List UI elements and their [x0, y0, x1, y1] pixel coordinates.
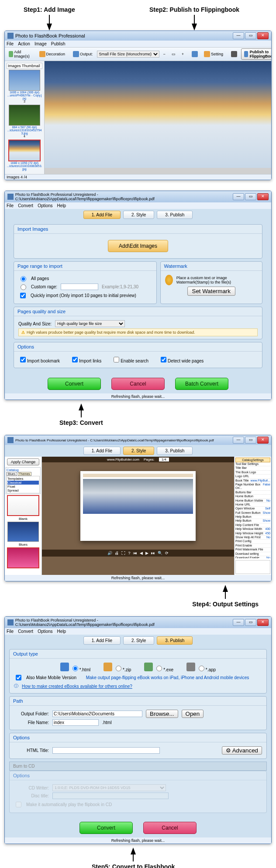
- fit-button[interactable]: ▭: [169, 51, 178, 58]
- setting-row[interactable]: Logo URL: [235, 475, 270, 478]
- set-watermark-button[interactable]: Set Watermark: [187, 287, 235, 296]
- setting-row[interactable]: Book Titlewww.FlipBuil...: [235, 479, 270, 483]
- menu-convert[interactable]: Convert: [18, 629, 33, 634]
- menu-file[interactable]: File: [7, 41, 14, 46]
- setting-row[interactable]: The Book Logo: [235, 471, 270, 475]
- setting-row[interactable]: Home Button VisibleNo: [235, 499, 270, 503]
- fullscreen-icon[interactable]: ⛶: [121, 551, 125, 555]
- setting-row[interactable]: Help Button: [235, 515, 270, 519]
- print-icon[interactable]: 🖨: [115, 551, 119, 555]
- setting-row[interactable]: Tool Bar Settings: [235, 462, 270, 466]
- html-title-input[interactable]: [52, 747, 160, 754]
- minimize-button[interactable]: —: [233, 193, 244, 200]
- detect-wide-check[interactable]: [161, 357, 166, 362]
- setting-row[interactable]: Home URL: [235, 503, 270, 507]
- setting-row[interactable]: Download EnableNo: [235, 556, 270, 558]
- cancel-button[interactable]: Cancel: [143, 822, 197, 834]
- last-icon[interactable]: ⏭: [151, 551, 155, 555]
- app-radio[interactable]: [199, 666, 204, 671]
- zoom-icon[interactable]: 🔍: [158, 551, 162, 555]
- flipbook-controls[interactable]: 🔊🖨⛶? ⏮◀▶⏭ 🔍⟳: [42, 550, 234, 557]
- maximize-button[interactable]: ▭: [245, 193, 256, 200]
- menu-file[interactable]: File: [7, 203, 14, 208]
- filename-input[interactable]: [52, 719, 99, 726]
- custom-range-radio[interactable]: [21, 284, 26, 290]
- batch-convert-button[interactable]: Batch Convert: [175, 378, 228, 390]
- tool-button[interactable]: [229, 50, 239, 58]
- html-radio[interactable]: [72, 666, 78, 671]
- apply-change-button[interactable]: Apply Change: [7, 458, 40, 465]
- convert-button[interactable]: Convert: [48, 378, 101, 390]
- catalog-item[interactable]: Templates: [7, 477, 39, 481]
- minimize-button[interactable]: —: [233, 437, 244, 444]
- setting-row[interactable]: Download setting: [235, 552, 270, 556]
- menu-action[interactable]: Action: [18, 41, 30, 46]
- setting-row[interactable]: Help Window Width400: [235, 527, 270, 531]
- next-icon[interactable]: ▶: [145, 551, 148, 555]
- setting-row[interactable]: Print Config: [235, 540, 270, 543]
- custom-range-input[interactable]: [61, 284, 98, 290]
- sound-icon[interactable]: 🔊: [107, 551, 112, 555]
- thumbnail-item-selected[interactable]: 1680 x 1050 (72 dpi) ...ictures\13183160…: [7, 140, 42, 171]
- setting-row[interactable]: Print Watermark File: [235, 548, 270, 552]
- exe-radio[interactable]: [156, 666, 162, 671]
- tab-style[interactable]: 2. Style: [123, 447, 154, 455]
- setting-row[interactable]: Open WindowSelf: [235, 507, 270, 511]
- settings-tab[interactable]: CatalogSettings: [235, 458, 270, 462]
- setting-row[interactable]: Page Number Box On...False: [235, 483, 270, 491]
- tab-add-file[interactable]: 1. Add Flie: [83, 447, 121, 455]
- tab-publish[interactable]: 3. Publish: [157, 636, 193, 645]
- setting-row[interactable]: Help ButtonShow: [235, 519, 270, 523]
- browse-button[interactable]: Browse...: [146, 710, 178, 718]
- template-thumb[interactable]: [7, 495, 39, 516]
- close-button[interactable]: ✕: [257, 32, 269, 39]
- output-folder-input[interactable]: [52, 711, 142, 717]
- menu-convert[interactable]: Convert: [18, 203, 33, 208]
- close-button[interactable]: ✕: [257, 193, 269, 200]
- template-thumb[interactable]: [7, 522, 39, 542]
- tab-style[interactable]: 2. Style: [123, 211, 154, 219]
- catalog-item[interactable]: Float: [7, 485, 39, 489]
- thumbnail-item[interactable]: 884 x 587 (96 dpi) ...ictures\1318163452…: [7, 105, 42, 138]
- setting-row[interactable]: Full Screen ButtonShow: [235, 511, 270, 515]
- tab-blues[interactable]: Blues: [7, 472, 17, 476]
- maximize-button[interactable]: ▭: [245, 619, 256, 626]
- all-pages-radio[interactable]: [21, 276, 26, 282]
- convert-button[interactable]: Convert: [79, 822, 133, 834]
- setting-row[interactable]: Title Bar: [235, 466, 270, 470]
- quality-select[interactable]: High quality large file size: [55, 320, 125, 327]
- catalog-item-selected[interactable]: Classical: [7, 481, 39, 485]
- decoration-button[interactable]: Decoration: [37, 50, 68, 58]
- auto-icon[interactable]: ⟳: [165, 551, 169, 555]
- tab-publish[interactable]: 3. Publish: [157, 447, 193, 455]
- quick-import-check[interactable]: [20, 293, 26, 298]
- menu-file[interactable]: File: [7, 629, 14, 634]
- menu-options[interactable]: Options: [38, 629, 52, 634]
- tab-add-file[interactable]: 1. Add Flie: [83, 636, 121, 645]
- import-bookmark-check[interactable]: [20, 357, 26, 362]
- zoom-out-button[interactable]: −: [161, 51, 168, 58]
- open-button[interactable]: Open: [182, 710, 204, 718]
- setting-row[interactable]: Print Enable: [235, 544, 270, 548]
- tab-style[interactable]: 2. Style: [123, 636, 154, 645]
- menu-help[interactable]: Help: [57, 629, 66, 634]
- zoom-in-button[interactable]: +: [179, 51, 186, 58]
- first-icon[interactable]: ⏮: [133, 551, 137, 555]
- menu-image[interactable]: Image: [34, 41, 47, 46]
- zip-radio[interactable]: [116, 666, 121, 671]
- add-image-button[interactable]: Add Image(s): [7, 48, 34, 60]
- menu-publish[interactable]: Publish: [51, 41, 66, 46]
- minimize-button[interactable]: —: [233, 619, 244, 626]
- setting-row[interactable]: Help Window Height450: [235, 532, 270, 536]
- setting-button[interactable]: Setting: [202, 50, 225, 58]
- template-thumb[interactable]: [7, 547, 39, 568]
- import-links-check[interactable]: [72, 357, 78, 362]
- close-button[interactable]: ✕: [257, 619, 269, 626]
- setting-row[interactable]: Help Content File: [235, 523, 270, 527]
- tab-publish[interactable]: 3. Publish: [157, 211, 193, 219]
- setting-row[interactable]: Home Button: [235, 495, 270, 499]
- cancel-button[interactable]: Cancel: [111, 378, 165, 390]
- setting-row[interactable]: Show Help At FirstNo: [235, 536, 270, 540]
- mobile-check[interactable]: [16, 675, 21, 680]
- maximize-button[interactable]: ▭: [245, 32, 256, 39]
